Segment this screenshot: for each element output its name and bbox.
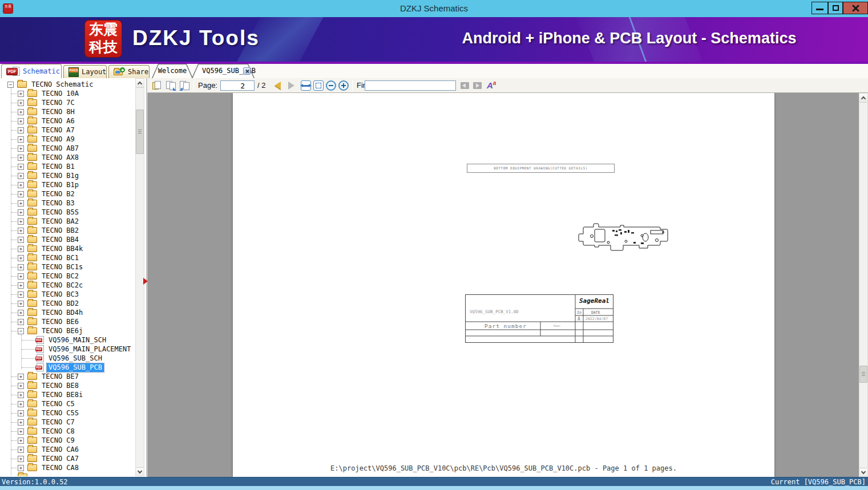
- rotate-counterclockwise-button[interactable]: [180, 81, 189, 91]
- tree-item-folder[interactable]: +TECNO BB4: [0, 235, 135, 244]
- expand-expander-icon[interactable]: +: [18, 447, 24, 453]
- expand-expander-icon[interactable]: +: [18, 228, 24, 234]
- tree-item-folder[interactable]: +TECNO BB4k: [0, 244, 135, 253]
- expand-expander-icon[interactable]: +: [18, 282, 24, 289]
- tree-item-folder[interactable]: +TECNO BC2c: [0, 281, 135, 290]
- maximize-button[interactable]: [828, 2, 843, 14]
- tree-item-folder[interactable]: +TECNO B5S: [0, 208, 135, 217]
- tree-item-folder[interactable]: +TECNO BC1: [0, 253, 135, 262]
- tree-item-folder[interactable]: +TECNO AX8: [0, 153, 135, 162]
- tree-item-folder[interactable]: −TECNO Schematic: [0, 80, 135, 89]
- tree-item-folder[interactable]: +TECNO BD2: [0, 299, 135, 308]
- tree-item-folder[interactable]: +TECNO BD4h: [0, 308, 135, 317]
- expand-expander-icon[interactable]: +: [18, 428, 24, 435]
- close-button[interactable]: [843, 2, 868, 14]
- minimize-button[interactable]: [812, 2, 828, 14]
- zoom-out-button[interactable]: [326, 80, 336, 91]
- tree-item-pdf[interactable]: PDFVQ596_MAIN_SCH: [0, 335, 135, 345]
- tree-item-label[interactable]: TECNO BE7: [40, 372, 80, 381]
- document-viewer[interactable]: BOTTOM EQUIPMENT DRAWING(CUTTED DETAILS): [147, 93, 868, 477]
- tree-item-label[interactable]: TECNO BB2: [40, 226, 80, 235]
- expand-expander-icon[interactable]: +: [18, 255, 24, 261]
- tree-item-folder[interactable]: +TECNO B2: [0, 189, 135, 199]
- tree-item-folder[interactable]: +TECNO BE7: [0, 372, 135, 381]
- tree-item-pdf[interactable]: PDFVQ596_SUB_SCH: [0, 354, 135, 363]
- expand-expander-icon[interactable]: +: [18, 374, 24, 380]
- expand-expander-icon[interactable]: +: [18, 465, 24, 471]
- expand-expander-icon[interactable]: +: [18, 164, 24, 170]
- tree-item-folder[interactable]: +TECNO CA7: [0, 454, 135, 463]
- tree-item-label[interactable]: TECNO B1g: [40, 172, 80, 180]
- tree-item-label[interactable]: TECNO B5S: [40, 208, 80, 217]
- tree-item-folder[interactable]: +TECNO 8H: [0, 107, 135, 116]
- expand-expander-icon[interactable]: +: [18, 209, 24, 216]
- tree-item-pdf[interactable]: PDFVQ596_MAIN_PLACEMENT: [0, 345, 135, 354]
- tab-share[interactable]: Share: [108, 65, 150, 78]
- tree-item-label[interactable]: TECNO B1p: [40, 181, 80, 189]
- zoom-in-button[interactable]: [338, 80, 349, 91]
- tree-item-folder[interactable]: +TECNO BA2: [0, 217, 135, 226]
- match-case-icon[interactable]: Aa: [487, 80, 496, 90]
- tree-item-label[interactable]: TECNO 8H: [40, 108, 76, 116]
- tree-item-label[interactable]: VQ596_SUB_SCH: [47, 354, 104, 363]
- tree-item-label[interactable]: VQ596_SUB_PCB: [47, 363, 104, 372]
- tree-item-folder[interactable]: +TECNO 10A: [0, 89, 135, 98]
- expand-expander-icon[interactable]: +: [18, 392, 24, 398]
- find-input[interactable]: [365, 80, 456, 91]
- tree-item-label[interactable]: TECNO AX8: [40, 153, 80, 162]
- doc-tab-welcome[interactable]: Welcome: [152, 64, 193, 78]
- tree-item-label[interactable]: TECNO CA6: [40, 446, 80, 454]
- expand-expander-icon[interactable]: +: [18, 410, 24, 416]
- expand-expander-icon[interactable]: +: [18, 91, 24, 97]
- tree-item-label[interactable]: VQ596_MAIN_SCH: [47, 336, 108, 345]
- tree-item-label[interactable]: TECNO BD2: [40, 299, 80, 308]
- tree-item-label[interactable]: TECNO B3: [40, 199, 76, 208]
- tree-item-label[interactable]: TECNO BD4h: [40, 309, 84, 317]
- expand-expander-icon[interactable]: +: [18, 118, 24, 124]
- tree-item-label[interactable]: TECNO C5S: [40, 409, 80, 418]
- expand-expander-icon[interactable]: +: [18, 401, 24, 407]
- tree-item-label[interactable]: TECNO BC3: [40, 290, 80, 299]
- tab-schematic[interactable]: PDF Schematic: [1, 64, 62, 78]
- tree-item-folder[interactable]: +TECNO C8: [0, 427, 135, 436]
- splitter-collapse-arrow[interactable]: [143, 278, 148, 285]
- scrollbar-thumb[interactable]: [859, 366, 867, 383]
- viewer-scrollbar[interactable]: [859, 93, 868, 477]
- tree-item-label[interactable]: TECNO BB4: [40, 236, 80, 244]
- expand-expander-icon[interactable]: +: [18, 237, 24, 243]
- expand-expander-icon[interactable]: +: [18, 310, 24, 316]
- tree-item-folder[interactable]: +TECNO BC2: [0, 272, 135, 281]
- tree-item-folder[interactable]: +TECNO C5: [0, 399, 135, 408]
- tree-item-pdf[interactable]: PDFVQ596_SUB_PCB: [0, 363, 135, 372]
- scroll-down-button[interactable]: [136, 467, 144, 476]
- tree-item-label[interactable]: TECNO CA7: [40, 455, 80, 463]
- tree-item-label[interactable]: TECNO BC2: [40, 272, 80, 281]
- tree-item-folder[interactable]: +TECNO BC1s: [0, 262, 135, 272]
- fit-page-button[interactable]: [313, 80, 324, 91]
- expand-expander-icon[interactable]: +: [18, 264, 24, 270]
- tree-item-folder[interactable]: +TECNO A7: [0, 125, 135, 135]
- scroll-down-button[interactable]: [859, 468, 867, 477]
- scroll-up-button[interactable]: [136, 79, 144, 88]
- tree-item-folder[interactable]: +TECNO B3: [0, 199, 135, 208]
- tree-item-label[interactable]: TECNO BE8: [40, 382, 80, 390]
- scroll-up-button[interactable]: [859, 94, 867, 103]
- tree-item-label[interactable]: TECNO BC1s: [40, 263, 84, 272]
- collapse-expander-icon[interactable]: −: [7, 82, 14, 88]
- tree-item-label[interactable]: TECNO C5: [40, 400, 76, 408]
- tree-item-label[interactable]: TECNO A6: [40, 117, 76, 125]
- tree-item-folder[interactable]: +TECNO B1: [0, 162, 135, 171]
- tree-item-folder[interactable]: +TECNO B1p: [0, 180, 135, 189]
- expand-expander-icon[interactable]: +: [18, 100, 24, 106]
- rotate-clockwise-button[interactable]: [166, 81, 176, 91]
- expand-expander-icon[interactable]: +: [18, 301, 24, 307]
- tree-item-folder[interactable]: +TECNO 7C: [0, 98, 135, 107]
- tree-item-label[interactable]: TECNO B1: [40, 163, 76, 171]
- tree-item-label[interactable]: TECNO AB7: [40, 144, 80, 153]
- tree-item-label[interactable]: TECNO B2: [40, 190, 76, 199]
- single-page-view-button[interactable]: [152, 81, 162, 91]
- expand-expander-icon[interactable]: +: [18, 383, 24, 389]
- previous-page-button[interactable]: [274, 82, 281, 90]
- tree-item-folder[interactable]: +TECNO BE8: [0, 381, 135, 390]
- tree-item-folder[interactable]: [0, 472, 135, 476]
